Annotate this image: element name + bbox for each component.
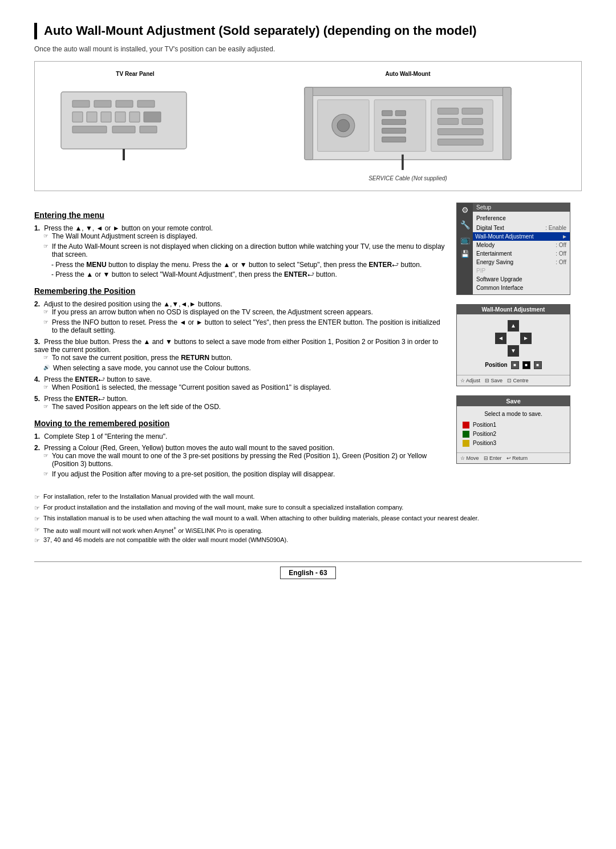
save-return-label: ↩ Return [506,455,528,461]
moving-position-heading: Moving to the remembered position [34,419,445,428]
svg-rect-34 [437,139,483,145]
step-1-text: Press the ▲, ▼, ◄ or ► button on your re… [44,224,213,232]
bottom-note-1-text: For installation, refer to the Installat… [43,493,255,500]
svg-rect-3 [116,100,133,107]
arrow-down: ▼ [508,345,519,357]
note-6: 🔊 When selecting a save mode, you cannot… [34,364,445,372]
empty-bottom-right [520,345,532,357]
save-panel: Save Select a mode to save. Position1 Po… [456,395,570,464]
dash-1: - Press the MENU button to display the m… [34,261,445,269]
svg-rect-8 [115,112,125,122]
empty-top-right [520,320,532,331]
preference-label: Preference [476,214,566,224]
pos-box-1: ■ [511,361,519,369]
svg-rect-25 [395,110,406,115]
bottom-note-icon-1: ☞ [34,494,40,501]
save-header: Save [457,396,570,406]
bottom-note-icon-4: ☞ [34,526,40,533]
tv-rear-label: TV Rear Panel [116,71,154,77]
setup-icon-2: 🔧 [460,220,470,229]
empty-top-left [495,320,506,331]
bottom-note-5: ☞ 37, 40 and 46 models are not compatibl… [34,536,582,544]
wall-mount-svg [299,80,516,172]
svg-rect-1 [72,100,90,107]
svg-rect-10 [144,112,161,122]
setup-item-energy-saving: Energy Saving : Off [476,258,566,266]
arrow-left: ◄ [495,333,506,344]
svg-rect-7 [101,112,111,122]
remembering-position-list: 2. Adjust to the desired position using … [34,300,445,411]
save-footer: ☆ Move ⊟ Enter ↩ Return [457,452,570,463]
position-label: Position [485,362,507,368]
move-step-1-text: Complete Step 1 of "Entering the menu". [44,432,167,440]
save-option-1: Position1 [463,421,564,430]
move-note-2-text: If you adjust the Position after moving … [52,470,335,478]
svg-rect-18 [502,87,510,160]
setup-item-software-upgrade: Software Upgrade [476,275,566,284]
pos-box-2: ■ [522,361,530,369]
bottom-note-2: ☞ For product installation and the insta… [34,504,582,512]
position3-label: Position3 [473,440,496,446]
svg-rect-24 [382,110,392,115]
svg-rect-12 [112,126,135,133]
main-content: Entering the menu 1. Press the ▲, ▼, ◄ o… [34,203,582,482]
svg-rect-2 [94,100,111,107]
arrow-up: ▲ [508,320,519,331]
move-note-1: ☞ You can move the wall mount to one of … [34,452,445,468]
setup-icon-4: 💾 [461,250,469,258]
svg-rect-5 [72,112,83,122]
save-option-2: Position2 [463,430,564,439]
move-note-1-text: You can move the wall mount to one of th… [52,452,445,468]
bottom-note-3-text: This installation manual is to be used w… [43,515,479,521]
svg-rect-32 [462,118,483,124]
bottom-note-4: ☞ The auto wall mount will not work when… [34,525,582,534]
service-cable-label: SERVICE Cable (Not supplied) [368,175,447,181]
bottom-note-4-text: The auto wall mount will not work when A… [43,525,262,534]
position2-label: Position2 [473,431,496,437]
auto-wall-mount-diagram: Auto Wall-Mount [244,71,572,181]
note-7: ☞ When Position1 is selected, the messag… [34,383,445,391]
entering-menu-heading: Entering the menu [34,211,445,220]
svg-rect-20 [374,99,425,151]
step-1: 1. Press the ▲, ▼, ◄ or ► button on your… [34,224,445,278]
svg-rect-28 [382,137,406,142]
tv-rear-svg [55,80,215,160]
setup-sidebar: ⚙ 🔧 📺 💾 [457,203,473,294]
note-8: ☞ The saved Position appears on the left… [34,403,445,411]
move-step-2: 2. Pressing a Colour (Red, Green, Yellow… [34,444,445,478]
setup-item-melody: Melody : Off [476,241,566,249]
wma-header: Wall-Mount Adjustment [457,305,570,314]
svg-rect-9 [129,112,140,122]
note-7-text: When Position1 is selected, the message … [52,383,331,391]
moving-position-list: 1. Complete Step 1 of "Entering the menu… [34,432,445,478]
page-title: Auto Wall-Mount Adjustment (Sold separat… [34,23,582,39]
save-option-3: Position3 [463,439,564,448]
arrow-right: ► [520,333,532,344]
step-4-text: Press the ENTER⮐ button to save. [44,375,152,383]
svg-point-23 [337,119,350,132]
entering-menu-section: Entering the menu 1. Press the ▲, ▼, ◄ o… [34,211,445,278]
svg-rect-33 [437,128,483,135]
move-note-2: ☞ If you adjust the Position after movin… [34,470,445,478]
bottom-note-icon-2: ☞ [34,504,40,512]
position1-label: Position1 [473,422,496,428]
setup-menu-panel: ⚙ 🔧 📺 💾 Setup Preference Digital Text : … [456,203,570,295]
setup-icon-1: ⚙ [461,205,469,215]
bottom-note-icon-3: ☞ [34,515,40,523]
note-8-text: The saved Position appears on the left s… [52,403,221,411]
setup-item-digital-text: Digital Text : Enable [476,224,566,232]
setup-item-wall-mount: Wall-Mount Adjustment ► [473,232,570,241]
svg-rect-16 [305,87,511,95]
svg-rect-11 [72,126,107,133]
step-3-text: Press the blue button. Press the ▲ and ▼… [34,338,438,354]
right-column: ⚙ 🔧 📺 💾 Setup Preference Digital Text : … [456,203,582,482]
position2-color-box [463,431,469,438]
svg-rect-27 [382,128,406,133]
note-3-text: If you press an arrow button when no OSD… [52,308,373,316]
svg-rect-31 [437,118,458,124]
wma-adjust-label: ☆ Adjust [460,378,480,383]
note-3: ☞ If you press an arrow button when no O… [34,308,445,316]
svg-rect-13 [140,126,157,133]
note-5: ☞ To not save the current position, pres… [34,354,445,362]
move-step-1: 1. Complete Step 1 of "Entering the menu… [34,432,445,440]
